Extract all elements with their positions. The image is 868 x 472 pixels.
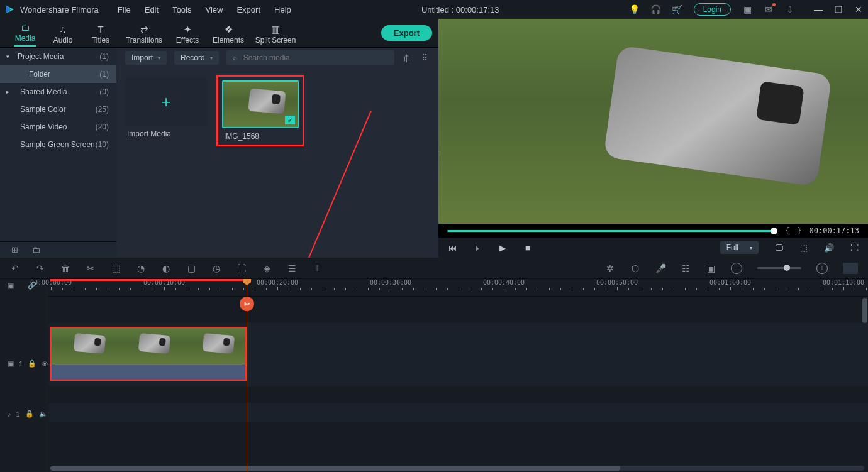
zoom-slider[interactable] [757,267,801,269]
track-view-icon[interactable]: ▣ [8,282,14,290]
preview-quality-select[interactable]: Full [720,241,759,254]
zoom-fit-button[interactable] [843,263,858,274]
fullscreen-icon[interactable]: ⛶ [849,243,859,253]
search-input[interactable]: ⌕ [226,50,394,65]
delete-icon[interactable]: 🗑 [60,263,70,273]
new-folder-icon[interactable]: ⊞ [11,245,18,255]
sidebar-item-label: Project Media [18,52,64,61]
window-minimize-icon[interactable]: — [814,4,823,14]
timeline-ruler[interactable]: 00:00:00:0000:00:10:0000:00:20:0000:00:3… [48,279,868,297]
visibility-icon[interactable]: 👁 [42,360,48,368]
tab-audio[interactable]: ♫ Audio [44,22,82,45]
lock-icon[interactable]: 🔒 [28,359,36,368]
filter-icon[interactable]: ⫛ [402,53,412,63]
preview-viewport[interactable] [438,19,868,224]
prev-frame-icon[interactable]: ⏮ [447,243,457,253]
export-button[interactable]: Export [381,25,432,41]
mute-icon[interactable]: 🔈 [39,410,48,418]
mark-in-icon[interactable]: { [785,226,789,235]
sidebar-item-label: Sample Green Screen [20,140,95,149]
tab-transitions[interactable]: ⇄ Transitions [120,22,169,45]
render-icon[interactable]: ✲ [605,263,615,273]
sidebar-item-project-media[interactable]: Project Media (1) [0,48,116,65]
playhead[interactable]: ✂ [247,279,247,472]
sidebar-item-sample-green[interactable]: Sample Green Screen (10) [0,136,116,153]
grid-view-icon[interactable]: ⠿ [420,53,430,63]
tab-media[interactable]: 🗀 Media [6,20,44,47]
tab-splitscreen[interactable]: ▥ Split Screen [250,22,301,45]
sidebar-item-shared-media[interactable]: Shared Media (0) [0,83,116,101]
voiceover-icon[interactable]: 🎤 [655,263,665,273]
color-icon[interactable]: ◐ [161,263,171,273]
import-dropdown[interactable]: Import [125,51,167,65]
support-icon[interactable]: 🎧 [651,4,661,14]
window-close-icon[interactable]: ✕ [854,4,863,14]
cart-icon[interactable]: 🛒 [672,4,682,14]
snap-icon[interactable]: ▣ [706,263,716,273]
marker2-icon[interactable]: ⬡ [630,263,640,273]
play-icon[interactable]: ▶ [498,243,508,253]
save-icon[interactable]: ▣ [742,4,752,14]
scissors-icon[interactable]: ✂ [240,297,254,311]
audio-track[interactable] [48,403,868,422]
folder-open-icon[interactable]: 🗀 [32,245,40,255]
tab-titles[interactable]: T Titles [82,22,120,45]
zoom-out-button[interactable]: − [731,263,742,274]
menu-export[interactable]: Export [236,5,260,14]
audio-mixer-icon[interactable]: ⫴ [312,263,322,273]
display-icon[interactable]: 🖵 [774,243,784,253]
plus-icon: + [161,92,170,112]
mark-out-icon[interactable]: } [797,226,801,235]
speed-icon[interactable]: ◔ [136,263,146,273]
timeline-tracks[interactable]: 00:00:00:0000:00:10:0000:00:20:0000:00:3… [48,279,868,472]
green-screen-icon[interactable]: ▢ [186,263,196,273]
cut-icon[interactable]: ✂ [86,263,96,273]
media-clip-tile[interactable]: ✔ IMG_1568 [220,78,301,143]
track-manager-icon[interactable]: ☷ [681,263,691,273]
lock-icon[interactable]: 🔒 [25,410,34,418]
record-dropdown[interactable]: Record [174,51,219,65]
timeline-vscroll[interactable] [862,298,867,323]
menu-help[interactable]: Help [274,5,291,14]
preview-panel: { } 00:00:17:13 ⏮ ⏵ ▶ ■ Full 🖵 ⬚ 🔊 ⛶ [438,19,868,258]
crop-icon[interactable]: ⬚ [111,263,121,273]
snapshot-icon[interactable]: ⬚ [799,243,809,253]
mic-icon[interactable]: ⇩ [785,4,795,14]
undo-icon[interactable]: ↶ [10,263,20,273]
tab-effects[interactable]: ✦ Effects [169,22,206,45]
music-icon: ♫ [59,25,66,35]
timeline-clip[interactable]: IMG_1568 [50,327,247,381]
preview-timecode: 00:00:17:13 [810,226,859,235]
menu-view[interactable]: View [205,5,223,14]
stop-icon[interactable]: ■ [523,243,533,253]
check-icon: ✔ [285,116,295,124]
video-track[interactable]: IMG_1568 [48,323,868,386]
menu-file[interactable]: File [118,5,131,14]
app-name: Wondershare Filmora [20,5,99,14]
sidebar-item-sample-video[interactable]: Sample Video (20) [0,118,116,136]
import-media-tile[interactable]: + Import Media [125,78,207,138]
redo-icon[interactable]: ↷ [35,263,45,273]
titlebar: Wondershare Filmora File Edit Tools View… [0,0,868,19]
tab-elements[interactable]: ❖ Elements [206,22,250,45]
edit-icon[interactable]: ◷ [211,263,221,273]
search-field[interactable] [242,53,388,63]
sidebar-item-folder[interactable]: Folder (1) [0,65,116,83]
volume-icon[interactable]: 🔊 [824,243,834,253]
sidebar-item-sample-color[interactable]: Sample Color (25) [0,101,116,118]
message-icon[interactable]: ✉ [764,4,774,14]
zoom-in-button[interactable]: + [816,263,828,274]
tips-icon[interactable]: 💡 [630,4,640,14]
sidebar-item-label: Sample Video [20,123,67,131]
menu-edit[interactable]: Edit [145,5,159,14]
timeline-hscroll[interactable] [50,466,864,471]
crop-zoom-icon[interactable]: ⛶ [236,263,247,273]
marker-icon[interactable]: ◈ [262,263,272,273]
step-back-icon[interactable]: ⏵ [472,243,482,253]
sidebar-item-label: Shared Media [20,87,67,96]
menu-tools[interactable]: Tools [172,5,191,14]
login-button[interactable]: Login [694,3,731,16]
settings-icon[interactable]: ☰ [287,263,297,273]
preview-scrubber[interactable] [447,230,777,232]
window-maximize-icon[interactable]: ❐ [834,4,843,14]
